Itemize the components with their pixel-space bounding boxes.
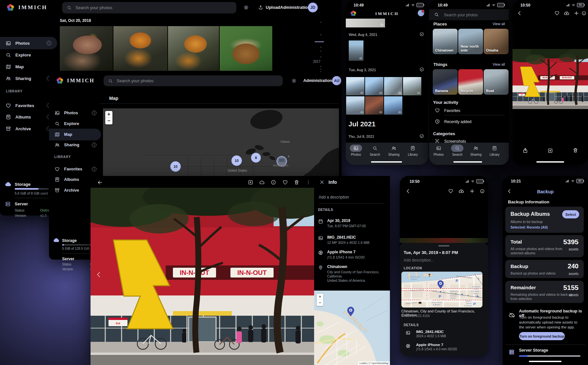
nav-item-library[interactable]: Library: [485, 145, 504, 156]
info-icon[interactable]: i: [92, 143, 96, 147]
home-indicator[interactable]: [536, 161, 564, 163]
back-button[interactable]: [517, 10, 522, 16]
thing-card[interactable]: Boat: [484, 69, 509, 95]
select-albums-button[interactable]: Select: [562, 210, 579, 218]
back-button[interactable]: [97, 180, 103, 185]
activity-favorites[interactable]: Favorites: [444, 108, 460, 113]
home-indicator[interactable]: [453, 161, 482, 163]
thing-card[interactable]: Bicycle: [458, 69, 483, 95]
photo-thumbnail[interactable]: [346, 19, 385, 27]
photo-thumbnail[interactable]: [384, 77, 402, 95]
nav-item-sharing[interactable]: Sharing: [384, 145, 403, 156]
photo-main[interactable]: [512, 49, 588, 109]
favorite-icon[interactable]: [282, 180, 288, 185]
description-input[interactable]: Add a description: [319, 195, 349, 199]
search-input[interactable]: Search your photos: [62, 2, 236, 13]
sidebar-item-map[interactable]: Map: [0, 60, 57, 73]
places-view-all-link[interactable]: View all: [493, 22, 505, 26]
photo-thumbnail[interactable]: [346, 77, 364, 95]
turn-on-foreground-backup-button[interactable]: Turn on foreground backup: [519, 332, 565, 340]
detail-bottom-sheet[interactable]: Tue, Apr 30, 2019 • 8:07 PM Add descript…: [400, 243, 488, 356]
back-button[interactable]: [405, 188, 411, 194]
info-icon[interactable]: [271, 180, 276, 185]
info-icon[interactable]: i: [92, 167, 96, 171]
administration-link[interactable]: Administration: [303, 78, 332, 83]
photo-thumbnail[interactable]: [365, 77, 383, 95]
user-avatar[interactable]: [418, 10, 424, 16]
sidebar-item-photos[interactable]: Photos i: [0, 37, 57, 49]
add-icon[interactable]: [469, 188, 475, 194]
upload-button[interactable]: Upload: [258, 5, 280, 10]
place-card[interactable]: Omaha: [484, 29, 509, 54]
trash-icon[interactable]: [294, 180, 299, 185]
things-view-all-link[interactable]: View all: [493, 62, 505, 66]
info-icon[interactable]: [480, 189, 485, 194]
info-icon[interactable]: [581, 11, 586, 16]
activity-recently-added[interactable]: Recently added: [444, 119, 471, 124]
theme-toggle-icon[interactable]: [244, 5, 249, 10]
nav-item-sharing[interactable]: Sharing: [466, 145, 485, 156]
info-icon[interactable]: i: [47, 41, 51, 45]
sidebar-item-sharing[interactable]: Sharing i: [0, 72, 57, 85]
close-icon[interactable]: [319, 180, 325, 185]
zoom-in-button[interactable]: +: [317, 294, 323, 300]
trash-icon[interactable]: [573, 148, 578, 153]
user-avatar[interactable]: JD: [308, 3, 318, 12]
nav-item-library[interactable]: Library: [403, 145, 422, 156]
zoom-out-button[interactable]: −: [317, 300, 323, 306]
info-minimap[interactable]: + − Leaflet | © OpenStreetMap: [314, 291, 390, 365]
info-icon[interactable]: i: [92, 111, 96, 115]
favorite-icon[interactable]: [448, 188, 453, 194]
select-all-icon[interactable]: [419, 32, 424, 37]
download-icon[interactable]: [248, 180, 253, 185]
zoom-out-button[interactable]: −: [105, 118, 112, 124]
nav-item-photos[interactable]: Photos: [346, 145, 365, 156]
search-input[interactable]: Search your photos: [104, 75, 283, 86]
nav-item-search[interactable]: Search: [365, 145, 384, 156]
sidebar-item-favorites[interactable]: Favorites i: [49, 163, 101, 175]
map-cluster-marker[interactable]: 8: [251, 153, 261, 163]
sidebar-item-explore[interactable]: Explore: [0, 49, 57, 61]
home-indicator[interactable]: [529, 361, 562, 362]
photo-thumbnail[interactable]: [384, 96, 402, 115]
sidebar-item-photos[interactable]: Photos i: [49, 107, 101, 119]
sidebar-item-albums[interactable]: Albums i: [0, 111, 57, 123]
add-to-album-icon[interactable]: [547, 148, 553, 153]
select-all-icon[interactable]: [419, 67, 424, 72]
photo-thumbnail[interactable]: [60, 26, 113, 71]
place-card[interactable]: Near north side: [458, 29, 483, 54]
select-all-icon[interactable]: [419, 134, 424, 138]
theme-toggle-icon[interactable]: [292, 78, 296, 83]
upload-cloud-icon[interactable]: [564, 10, 569, 16]
photo-thumbnail[interactable]: [346, 96, 364, 115]
previous-photo-button[interactable]: [95, 271, 102, 278]
description-input[interactable]: Add description...: [404, 258, 434, 262]
photo-thumbnail[interactable]: [349, 40, 363, 61]
sidebar-item-map[interactable]: Map: [49, 129, 101, 140]
sidebar-item-favorites[interactable]: Favorites i: [0, 99, 57, 112]
upload-cloud-icon[interactable]: [459, 188, 464, 194]
add-icon[interactable]: [574, 10, 579, 16]
administration-link[interactable]: Administration: [280, 5, 310, 10]
home-indicator[interactable]: [371, 161, 402, 163]
favorite-icon[interactable]: [554, 10, 560, 16]
nav-item-photos[interactable]: Photos: [429, 145, 448, 156]
photo-thumbnail[interactable]: [365, 96, 383, 115]
location-map[interactable]: PPP Jefferson Street Beach Street The Em…: [401, 272, 482, 308]
sidebar-item-archive[interactable]: Archive i: [0, 122, 57, 135]
sidebar-item-sharing[interactable]: Sharing i: [49, 139, 101, 151]
search-bar-row[interactable]: Search your photos: [429, 9, 509, 20]
photo-thumbnail[interactable]: [220, 26, 272, 71]
share-icon[interactable]: [522, 148, 528, 153]
cloud-icon[interactable]: [259, 180, 265, 185]
sidebar-item-explore[interactable]: Explore: [49, 118, 101, 130]
timeline-scrubber[interactable]: 2017: [312, 16, 332, 78]
sheet-drag-handle[interactable]: [438, 245, 449, 246]
photo-thumbnail[interactable]: [403, 77, 421, 95]
nav-item-search[interactable]: Search: [448, 145, 467, 156]
zoom-in-button[interactable]: +: [105, 111, 112, 118]
map-cluster-marker[interactable]: 10: [170, 161, 181, 172]
thing-card[interactable]: Banana: [433, 69, 458, 95]
photo-thumbnail[interactable]: [113, 26, 167, 71]
photo-main[interactable]: [91, 188, 314, 365]
